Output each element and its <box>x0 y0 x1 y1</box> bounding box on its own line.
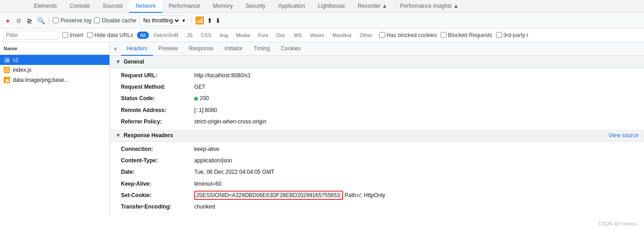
detail-tab-list: HeadersPreviewResponseInitiatorTimingCoo… <box>121 42 306 56</box>
search-button[interactable]: 🔍 <box>37 16 45 25</box>
general-section-header[interactable]: ▼ General <box>110 56 644 68</box>
file-item-1[interactable]: JSindex.js <box>0 65 109 75</box>
tab-network[interactable]: Network <box>129 0 162 13</box>
response-headers-section-header[interactable]: ▼ Response Headers View source <box>110 129 644 142</box>
preserve-log-checkbox[interactable] <box>53 17 59 23</box>
third-party-label: 3rd-party r <box>503 32 529 38</box>
js-icon: JS <box>4 67 10 73</box>
general-row-1: Request Method:GET <box>110 81 644 93</box>
response-headers-section-body: Connection:keep-aliveContent-Type:applic… <box>110 142 644 214</box>
tab-memory[interactable]: Memory <box>207 0 239 13</box>
response-headers-chevron-icon: ▼ <box>115 132 121 139</box>
response-key-5: Transfer-Encoding: <box>121 203 194 211</box>
has-blocked-cookies-group[interactable]: Has blocked cookies <box>379 32 437 38</box>
general-key-1: Request Method: <box>121 83 194 91</box>
tab-lighthouse[interactable]: Lighthouse <box>311 0 351 13</box>
detail-tab-response[interactable]: Response <box>183 42 219 56</box>
hide-data-urls-group[interactable]: Hide data URLs <box>87 32 133 38</box>
filter-chip-other[interactable]: Other <box>356 32 376 39</box>
filter-chip-media[interactable]: Media <box>233 32 253 39</box>
invert-group[interactable]: Invert <box>62 32 83 38</box>
disable-cache-checkbox[interactable] <box>94 17 100 23</box>
disable-cache-label: Disable cache <box>102 17 136 24</box>
tab-security[interactable]: Security <box>239 0 272 13</box>
tab-elements[interactable]: Elements <box>27 0 63 13</box>
third-party-checkbox[interactable] <box>496 32 502 38</box>
tab-sources[interactable]: Sources <box>96 0 129 13</box>
detail-tabs: × HeadersPreviewResponseInitiatorTimingC… <box>110 42 644 56</box>
third-party-group[interactable]: 3rd-party r <box>496 32 529 38</box>
filter-chip-css[interactable]: CSS <box>198 32 215 39</box>
response-row-3: Keep-Alive:timeout=60 <box>110 178 644 190</box>
filter-chip-wasm[interactable]: Wasm <box>307 32 327 39</box>
invert-checkbox[interactable] <box>62 32 68 38</box>
response-val-0: keep-alive <box>194 145 219 154</box>
filter-chip-font[interactable]: Font <box>255 32 272 39</box>
response-key-2: Date: <box>121 168 194 177</box>
tab-console[interactable]: Console <box>63 0 96 13</box>
blocked-requests-group[interactable]: Blocked Requests <box>441 32 492 38</box>
detail-tab-preview[interactable]: Preview <box>153 42 184 56</box>
file-name-1: index.js <box>13 67 32 73</box>
hide-data-urls-checkbox[interactable] <box>87 32 93 38</box>
img-icon: ▣ <box>4 77 10 83</box>
filter-chip-manifest[interactable]: Manifest <box>329 32 355 39</box>
response-row-4: Set-Cookie:JSESSIONID=A329DBD06E63DF28EB… <box>110 190 644 201</box>
view-source-link[interactable]: View source <box>609 132 639 139</box>
filter-input[interactable] <box>4 31 59 40</box>
response-row-0: Connection:keep-alive <box>110 144 644 155</box>
blocked-requests-checkbox[interactable] <box>441 32 447 38</box>
headers-content: ▼ General Request URL:http://localhost:8… <box>110 56 644 214</box>
general-section-body: Request URL:http://localhost:8080/s1Requ… <box>110 68 644 129</box>
filter-chip-all[interactable]: All <box>137 32 149 39</box>
filter-chip-img[interactable]: Img <box>216 32 231 39</box>
response-key-1: Content-Type: <box>121 156 194 165</box>
detail-tab-initiator[interactable]: Initiator <box>219 42 248 56</box>
stop-button[interactable]: ⊘ <box>15 16 23 25</box>
tab-bar: ElementsConsoleSourcesNetworkPerformance… <box>0 0 644 13</box>
filter-chip-doc[interactable]: Doc <box>273 32 289 39</box>
tab-application[interactable]: Application <box>272 0 312 13</box>
disable-cache-group[interactable]: Disable cache <box>94 17 136 24</box>
response-row-5: Transfer-Encoding:chunked <box>110 201 644 213</box>
cookie-highlight: JSESSIONID=A329DBD06E63DF28EBD2029916575… <box>194 191 343 200</box>
response-val-5: chunked <box>194 203 215 211</box>
detail-tab-cookies[interactable]: Cookies <box>275 42 306 56</box>
response-val-3: timeout=60 <box>194 180 222 188</box>
general-val-2: 200 <box>194 94 209 103</box>
detail-tab-timing[interactable]: Timing <box>248 42 276 56</box>
file-panel: Name ▤s1JSindex.js▣data:image/png;base..… <box>0 42 110 216</box>
filter-chip-ws[interactable]: WS <box>290 32 305 39</box>
general-row-2: Status Code:200 <box>110 93 644 104</box>
file-panel-title: Name <box>4 46 17 51</box>
file-item-2[interactable]: ▣data:image/png;base... <box>0 75 109 85</box>
preserve-log-group[interactable]: Preserve log <box>53 17 91 24</box>
tab-performanceinsights▲[interactable]: Performance insights ▲ <box>394 0 465 13</box>
file-name-0: s1 <box>13 57 19 63</box>
tab-performance[interactable]: Performance <box>162 0 207 13</box>
filter-chips: AllFetch/XHRJSCSSImgMediaFontDocWSWasmMa… <box>137 32 376 39</box>
general-val-0: http://localhost:8080/s1 <box>194 71 251 80</box>
detail-tab-close[interactable]: × <box>114 45 117 53</box>
throttling-select[interactable]: No throttling <box>142 17 180 24</box>
response-key-3: Keep-Alive: <box>121 180 194 188</box>
response-key-0: Connection: <box>121 145 194 154</box>
separator-2 <box>191 16 191 25</box>
response-val-4: JSESSIONID=A329DBD06E63DF28EBD2029916575… <box>194 191 385 200</box>
tab-list: ElementsConsoleSourcesNetworkPerformance… <box>27 0 465 13</box>
detail-tab-headers[interactable]: Headers <box>121 42 153 56</box>
filter-chip-fetch/xhr[interactable]: Fetch/XHR <box>151 32 182 39</box>
record-button[interactable]: ● <box>4 16 12 25</box>
throttling-select-wrapper[interactable]: No throttling ▾ <box>139 16 187 26</box>
file-item-0[interactable]: ▤s1 <box>0 55 109 65</box>
general-key-4: Referrer Policy: <box>121 118 194 126</box>
invert-label: Invert <box>70 32 83 38</box>
wifi-icon: 📶 <box>195 16 204 25</box>
preserve-log-label: Preserve log <box>60 17 91 24</box>
filter-button[interactable]: ⊵ <box>26 16 34 25</box>
main-area: Name ▤s1JSindex.js▣data:image/png;base..… <box>0 42 644 216</box>
hide-data-urls-label: Hide data URLs <box>94 32 133 38</box>
filter-chip-js[interactable]: JS <box>184 32 196 39</box>
has-blocked-cookies-checkbox[interactable] <box>379 32 385 38</box>
tab-recorder▲[interactable]: Recorder ▲ <box>351 0 394 13</box>
